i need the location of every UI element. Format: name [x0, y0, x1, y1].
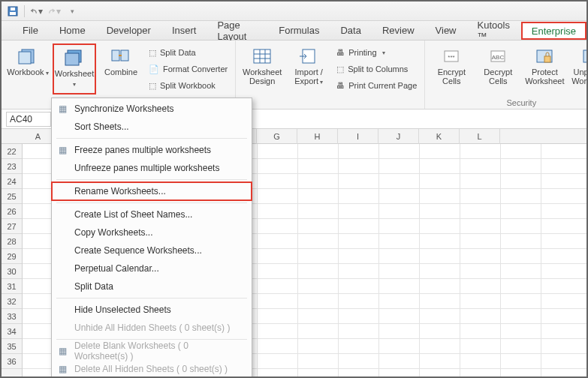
- menu-item[interactable]: ▦Synchronize Worksheets: [52, 100, 252, 118]
- svg-text:ABC: ABC: [492, 54, 505, 61]
- col-header[interactable]: A: [23, 129, 54, 144]
- menu-item[interactable]: Copy Worksheets...: [52, 224, 252, 242]
- tab-home[interactable]: Home: [49, 21, 96, 40]
- worksheet-dropdown-menu: ▦Synchronize WorksheetsSort Sheets...▦Fr…: [51, 98, 252, 378]
- menu-item[interactable]: Hide Unselected Sheets: [52, 301, 252, 319]
- encrypt-label: Encrypt Cells: [430, 68, 473, 86]
- menu-item-label: Perpetual Calendar...: [74, 263, 159, 274]
- import-export-icon: [297, 46, 320, 66]
- combine-icon: [110, 46, 132, 66]
- qat-customize-icon[interactable]: ▾: [65, 4, 79, 18]
- ribbon-tabs: File Home Developer Insert Page Layout F…: [2, 21, 586, 40]
- split-data-button[interactable]: ⬚Split Data: [146, 45, 231, 60]
- tab-page-layout[interactable]: Page Layout: [207, 21, 268, 40]
- row-headers: 22 23 24 25 26 27 28 29 30 31 32 33 34 3…: [2, 144, 23, 376]
- unprotect-icon: [580, 46, 588, 66]
- worksheet-button[interactable]: Worksheet: [53, 44, 96, 94]
- svg-rect-7: [112, 50, 119, 61]
- col-header[interactable]: H: [297, 129, 338, 144]
- menu-item[interactable]: ▦Freeze panes multiple worksheets: [52, 141, 252, 159]
- row-header[interactable]: 34: [2, 324, 22, 339]
- printing-icon: 🖶: [336, 48, 345, 57]
- menu-item: ▦Delete All Hidden Sheets ( 0 sheet(s) ): [52, 360, 252, 378]
- tab-developer[interactable]: Developer: [96, 21, 161, 40]
- worksheet-design-button[interactable]: Worksheet Design: [240, 44, 284, 94]
- row-header[interactable]: 22: [2, 144, 22, 159]
- menu-item[interactable]: Perpetual Calendar...: [52, 260, 252, 278]
- menu-item-label: Freeze panes multiple worksheets: [74, 145, 211, 155]
- row-header[interactable]: 31: [2, 279, 22, 294]
- tab-kutools[interactable]: Kutools ™: [467, 21, 521, 40]
- redo-icon[interactable]: ▾: [47, 4, 61, 18]
- row-header[interactable]: 30: [2, 264, 22, 279]
- svg-rect-21: [583, 50, 588, 62]
- split-workbook-button[interactable]: ⬚Split Workbook: [146, 78, 231, 93]
- save-icon[interactable]: [6, 4, 20, 18]
- printing-button[interactable]: 🖶Printing: [333, 45, 420, 60]
- print-current-page-button[interactable]: 🖶Print Current Page: [333, 78, 420, 93]
- menu-item-label: Sort Sheets...: [74, 122, 129, 132]
- col-header[interactable]: K: [419, 129, 460, 144]
- undo-icon[interactable]: ▾: [29, 4, 43, 18]
- tab-formulas[interactable]: Formulas: [268, 21, 330, 40]
- row-header[interactable]: 35: [2, 339, 22, 354]
- security-group-label: Security: [430, 98, 588, 107]
- row-header[interactable]: 36: [2, 354, 22, 369]
- tab-insert[interactable]: Insert: [161, 21, 207, 40]
- protect-worksheet-button[interactable]: Protect Worksheet: [523, 44, 566, 94]
- format-converter-icon: 📄: [149, 64, 159, 74]
- menu-item[interactable]: Unfreeze panes multiple worksheets: [52, 159, 252, 177]
- unprotect-worksheet-button[interactable]: Unprotect Worksheet: [569, 44, 588, 94]
- svg-rect-2: [11, 8, 15, 10]
- menu-item: Unhide All Hidden Sheets ( 0 sheet(s) ): [52, 319, 252, 337]
- row-header[interactable]: 27: [2, 219, 22, 234]
- worksheet-icon: [63, 48, 86, 68]
- import-export-label: Import / Export: [287, 68, 330, 86]
- menu-item-icon: ▦: [56, 103, 68, 115]
- workbook-icon: [17, 46, 39, 66]
- menu-item-label: Create List of Sheet Names...: [74, 209, 192, 220]
- menu-item[interactable]: Sort Sheets...: [52, 118, 252, 136]
- menu-item: ▦Delete Blank Worksheets ( 0 Worksheet(s…: [52, 342, 252, 360]
- tab-review[interactable]: Review: [372, 21, 425, 40]
- menu-item[interactable]: Create Sequence Worksheets...: [52, 242, 252, 260]
- tab-view[interactable]: View: [425, 21, 467, 40]
- combine-button[interactable]: Combine: [99, 44, 143, 94]
- decrypt-label: Decrypt Cells: [476, 68, 520, 86]
- row-header[interactable]: 25: [2, 189, 22, 204]
- col-header[interactable]: J: [378, 129, 419, 144]
- row-header[interactable]: 29: [2, 249, 22, 264]
- menu-item[interactable]: Rename Worksheets...: [52, 182, 252, 200]
- menu-item-icon: ▦: [56, 144, 68, 156]
- col-header[interactable]: G: [257, 129, 297, 144]
- menu-item-label: Copy Worksheets...: [74, 227, 152, 238]
- import-export-button[interactable]: Import / Export: [287, 44, 330, 94]
- split-to-columns-button[interactable]: ⬚Split to Columns: [333, 62, 420, 76]
- row-header[interactable]: 26: [2, 204, 22, 219]
- workbook-button[interactable]: Workbook: [6, 44, 50, 94]
- encrypt-cells-button[interactable]: *** Encrypt Cells: [430, 44, 473, 94]
- menu-item-label: Delete All Hidden Sheets ( 0 sheet(s) ): [74, 364, 228, 374]
- menu-item-label: Synchronize Worksheets: [74, 104, 174, 114]
- menu-item[interactable]: Create List of Sheet Names...: [52, 206, 252, 224]
- row-header[interactable]: 23: [2, 159, 22, 174]
- name-box[interactable]: AC40: [6, 112, 51, 127]
- tab-data[interactable]: Data: [330, 21, 371, 40]
- row-header[interactable]: 28: [2, 234, 22, 249]
- row-header[interactable]: 32: [2, 294, 22, 309]
- col-header[interactable]: I: [338, 129, 378, 144]
- unprotect-label: Unprotect Worksheet: [569, 68, 588, 86]
- tab-enterprise[interactable]: Enterprise: [521, 22, 586, 40]
- row-header[interactable]: 24: [2, 174, 22, 189]
- tab-file[interactable]: File: [12, 21, 49, 40]
- menu-item-icon: ▦: [56, 345, 68, 357]
- format-converter-button[interactable]: 📄Format Converter: [146, 62, 231, 76]
- split-data-icon: ⬚: [149, 48, 156, 58]
- svg-rect-4: [19, 52, 31, 64]
- col-header[interactable]: L: [460, 129, 500, 144]
- menu-item-label: Unfreeze panes multiple worksheets: [74, 163, 219, 173]
- row-header[interactable]: 33: [2, 309, 22, 324]
- menu-item[interactable]: Split Data: [52, 278, 252, 296]
- protect-label: Protect Worksheet: [523, 68, 566, 86]
- decrypt-cells-button[interactable]: ABC Decrypt Cells: [476, 44, 520, 94]
